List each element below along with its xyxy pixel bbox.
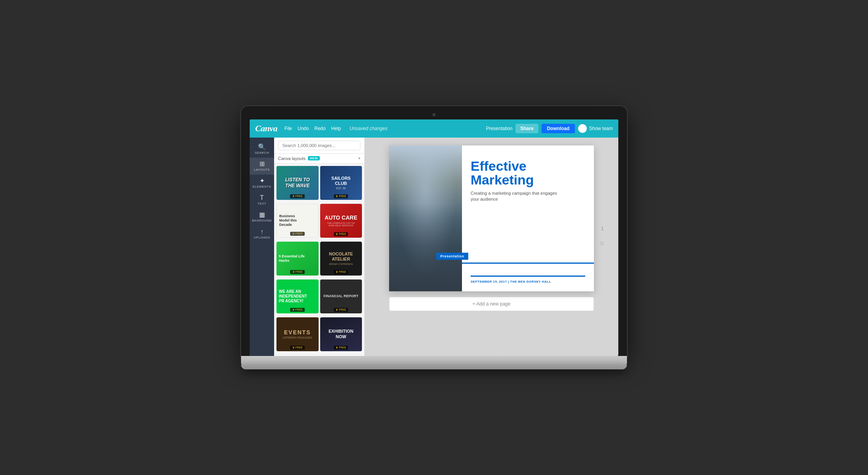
uploads-icon: ↑ (260, 229, 263, 235)
presentation-label: Presentation (486, 126, 512, 131)
sidebar-item-layouts[interactable]: ⊞ LAYOUTS (250, 158, 274, 175)
sidebar-uploads-label: UPLOADS (254, 236, 270, 239)
copy-icon[interactable]: ⧉ (600, 240, 604, 247)
template-item[interactable]: BusinessModel thisDecade ♛ FREE (276, 204, 319, 238)
templates-panel: Canva layouts NEW ▾ LISTEN TOTHE WAVE ♛ (274, 138, 365, 356)
crown-icon: ♛ (336, 195, 338, 198)
template-item[interactable]: SAILORSCLUB EST. 88 ♛ FREE (320, 166, 362, 200)
sidebar-item-text[interactable]: T TEXT (250, 192, 274, 209)
dropdown-arrow-icon: ▾ (358, 156, 360, 160)
free-label: FREE (295, 346, 303, 349)
template-subtitle: Artisan Confections (323, 263, 360, 265)
template-title: WE ARE ANINDEPENDENTPR AGENCY! (279, 289, 316, 304)
free-badge: ♛ FREE (290, 270, 305, 274)
slide-right: Effective Marketing Creating a marketing… (462, 145, 594, 291)
crown-icon: ♛ (336, 233, 338, 236)
sidebar-item-uploads[interactable]: ↑ UPLOADS (250, 225, 274, 242)
search-input[interactable] (278, 141, 360, 150)
template-subtitle: CATERING PACKAGES (279, 336, 316, 339)
template-subtitle: THE COMPLETE LIST OF AVAILABLE SERVICES (323, 222, 360, 227)
free-label: FREE (295, 308, 303, 311)
template-subtitle: EST. 88 (323, 187, 360, 190)
sidebar-background-label: BKGROUND (252, 219, 272, 222)
topbar: Canva File Undo Redo Help Unsaved change… (250, 119, 618, 138)
free-badge: ♛ FREE (334, 232, 348, 236)
slide-title-block: Effective Marketing Creating a marketing… (471, 153, 585, 203)
share-button[interactable]: Share (516, 124, 538, 133)
text-icon: T (260, 195, 264, 201)
crown-icon: ♛ (292, 232, 295, 235)
menu-redo[interactable]: Redo (314, 126, 326, 131)
sidebar-elements-label: ELEMENTS (252, 185, 271, 188)
layouts-header[interactable]: Canva layouts NEW ▾ (274, 154, 364, 164)
background-icon: ▦ (259, 212, 265, 218)
free-badge: ♛ FREE (334, 308, 348, 312)
free-label: FREE (339, 195, 346, 197)
new-badge: NEW (308, 156, 320, 160)
free-label: FREE (339, 346, 346, 349)
free-label: FREE (339, 308, 346, 311)
slide[interactable]: Presentation Effective Marketing (389, 145, 594, 291)
canva-logo[interactable]: Canva (255, 123, 277, 134)
sidebar-item-background[interactable]: ▦ BKGROUND (250, 209, 274, 225)
template-item[interactable]: LISTEN TOTHE WAVE ♛ FREE (276, 166, 319, 200)
template-title: LISTEN TOTHE WAVE (279, 177, 316, 188)
sidebar-layouts-label: LAYOUTS (254, 168, 270, 171)
free-badge: ♛ FREE (290, 194, 305, 198)
sidebar-text-label: TEXT (258, 202, 266, 205)
free-label: FREE (295, 195, 303, 197)
slide-title-line1: Effective (471, 159, 585, 173)
canvas-area: Presentation Effective Marketing (365, 138, 618, 356)
laptop-bottom (241, 365, 627, 369)
template-item[interactable]: 5 Essential Life Hacks ♛ FREE (276, 242, 319, 276)
free-badge: ♛ FREE (334, 194, 348, 198)
sidebar: 🔍 SEARCH ⊞ LAYOUTS ✦ ELEMENTS T TEXT (250, 138, 274, 356)
slide-title: Effective Marketing (471, 159, 585, 187)
sidebar-item-elements[interactable]: ✦ ELEMENTS (250, 175, 274, 192)
template-item[interactable]: EXHIBITIONNOW ♛ FREE (320, 317, 362, 351)
free-label: FREE (339, 233, 346, 235)
template-title: EVENTS (279, 329, 316, 336)
free-badge: ♛ FREE (290, 232, 305, 236)
menu-file[interactable]: File (284, 126, 292, 131)
template-item[interactable]: EVENTS CATERING PACKAGES ♛ FREE (276, 317, 319, 351)
slide-bottom: SEPTEMBER 15, 2017 | THE BEN DORSEY HALL (471, 276, 585, 283)
laptop-base (241, 356, 627, 365)
layouts-title: Canva layouts (278, 156, 306, 161)
free-label: FREE (295, 232, 303, 235)
free-badge: ♛ FREE (334, 270, 348, 274)
template-title: 5 Essential Life Hacks (279, 254, 316, 263)
elements-icon: ✦ (260, 178, 265, 184)
template-item[interactable]: AUTO CARE THE COMPLETE LIST OF AVAILABLE… (320, 204, 362, 238)
crown-icon: ♛ (336, 346, 338, 349)
sidebar-item-search[interactable]: 🔍 SEARCH (250, 141, 274, 158)
screen: Canva File Undo Redo Help Unsaved change… (250, 119, 618, 356)
main-content: 🔍 SEARCH ⊞ LAYOUTS ✦ ELEMENTS T TEXT (250, 138, 618, 356)
crown-icon: ♛ (292, 270, 295, 274)
template-title: SAILORSCLUB (323, 176, 360, 186)
crown-icon: ♛ (336, 270, 338, 274)
laptop-shell: Canva File Undo Redo Help Unsaved change… (241, 106, 627, 369)
free-badge: ♛ FREE (334, 346, 348, 350)
template-title: AUTO CARE (323, 214, 360, 221)
template-item[interactable]: NOCOLATEATELIER Artisan Confections ♛ FR… (320, 242, 362, 276)
camera (432, 113, 436, 116)
unsaved-changes: Unsaved changes (350, 126, 388, 131)
crown-icon: ♛ (292, 308, 295, 311)
download-button[interactable]: Download (542, 124, 575, 133)
show-team-button[interactable]: Show team (578, 124, 613, 133)
sidebar-search-label: SEARCH (255, 151, 269, 155)
template-title: BusinessModel thisDecade (279, 214, 316, 227)
free-label: FREE (295, 270, 303, 273)
template-item[interactable]: FINANCIAL REPORT ♛ FREE (320, 279, 362, 313)
slide-container: Presentation Effective Marketing (389, 145, 594, 311)
menu-help[interactable]: Help (331, 126, 341, 131)
free-badge: ♛ FREE (290, 308, 305, 312)
slide-subtitle: Creating a marketing campaign that engag… (471, 190, 565, 203)
template-item[interactable]: WE ARE ANINDEPENDENTPR AGENCY! ♛ FREE (276, 279, 319, 313)
template-title: EXHIBITIONNOW (323, 329, 360, 339)
menu-undo[interactable]: Undo (298, 126, 309, 131)
show-team-label: Show team (589, 126, 613, 131)
template-title: NOCOLATEATELIER (323, 251, 360, 262)
add-page-button[interactable]: + Add a new page (389, 297, 594, 311)
